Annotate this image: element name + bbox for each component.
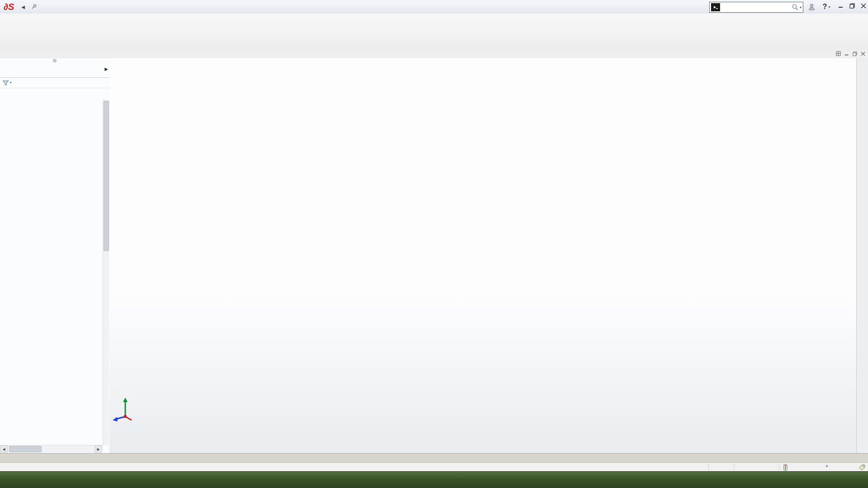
solidworks-window: ∂S ◀ ▾ ?▾ [0,0,868,488]
tree-horizontal-scrollbar[interactable]: ◀ ▶ [0,445,102,453]
scroll-right-icon[interactable]: ▶ [95,445,102,453]
help-menu-icon[interactable]: ?▾ [819,1,834,12]
doc-layout-icon[interactable] [836,51,841,56]
document-tab-bar [0,453,868,463]
tree-vertical-scrollbar[interactable] [103,100,109,445]
menu-collapse-icon[interactable]: ◀ [21,5,25,9]
search-dropdown-icon[interactable]: ▾ [800,5,802,9]
task-pane-strip [856,58,868,457]
search-icon[interactable] [792,4,799,11]
document-title [470,0,606,14]
scroll-left-icon[interactable]: ◀ [0,445,8,453]
doc-minimize-icon[interactable] [844,52,849,56]
solidworks-logo: ∂S [0,2,20,12]
search-box: ▾ [709,2,803,13]
title-bar: ∂S ◀ ▾ ?▾ [0,0,868,14]
search-input[interactable] [721,4,791,11]
units-dropdown-icon[interactable]: ▴ [826,464,828,468]
ds-logo-icon: ∂S [4,2,14,12]
status-bar: ▴ [0,462,868,472]
scrollbar-thumb[interactable] [9,446,42,452]
document-window-controls [836,51,865,56]
filter-dropdown-icon[interactable]: ▾ [10,81,12,85]
command-tab-bar [0,51,868,59]
command-manager-toolbar [0,14,868,51]
menu-pin-icon[interactable] [31,4,38,10]
doc-close-icon[interactable] [861,52,865,56]
tree-filter-row: ▾ [0,78,109,88]
minimize-button[interactable] [835,0,847,12]
search-scope-icon[interactable] [711,3,720,11]
reference-triad [112,396,139,424]
restore-button[interactable] [846,0,858,12]
panel-collapse-arrow[interactable]: ▶ [104,66,108,71]
scrollbar-thumb[interactable] [104,101,109,251]
panel-tab-bar [0,63,109,78]
quick-tips-traffic-light-icon[interactable] [783,464,787,471]
close-button[interactable] [858,0,868,12]
filter-icon[interactable] [2,80,9,86]
feature-tree [0,100,102,445]
doc-restore-icon[interactable] [853,52,857,56]
custom-properties-tag-icon[interactable] [859,464,866,471]
graphics-area[interactable] [109,58,856,453]
feature-manager-panel: ▶ ▾ ◀ ▶ [0,58,110,453]
windows-taskbar [0,471,868,488]
panel-splitter-handle[interactable] [0,58,109,63]
login-user-icon[interactable] [806,1,817,12]
